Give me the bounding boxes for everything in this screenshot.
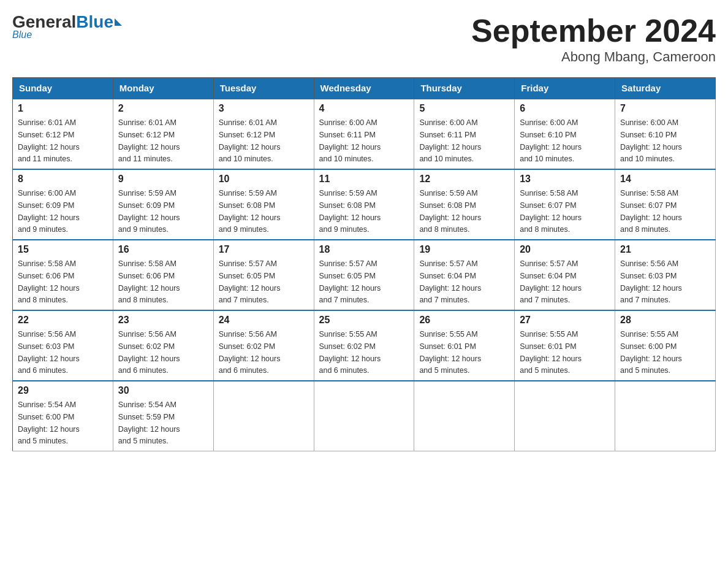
day-number: 23 — [118, 315, 208, 326]
day-number: 8 — [18, 174, 108, 185]
day-number: 16 — [118, 244, 208, 255]
calendar-cell: 23 Sunrise: 5:56 AMSunset: 6:02 PMDaylig… — [113, 310, 213, 381]
calendar-cell — [615, 381, 716, 451]
calendar-cell: 28 Sunrise: 5:55 AMSunset: 6:00 PMDaylig… — [615, 310, 716, 381]
logo-triangle-icon — [115, 18, 122, 26]
day-number: 15 — [18, 244, 108, 255]
calendar-cell: 29 Sunrise: 5:54 AMSunset: 6:00 PMDaylig… — [13, 381, 113, 451]
calendar-cell: 19 Sunrise: 5:57 AMSunset: 6:04 PMDaylig… — [414, 240, 515, 310]
calendar-cell: 25 Sunrise: 5:55 AMSunset: 6:02 PMDaylig… — [314, 310, 414, 381]
calendar-cell: 4 Sunrise: 6:00 AMSunset: 6:11 PMDayligh… — [314, 99, 414, 169]
calendar-cell: 7 Sunrise: 6:00 AMSunset: 6:10 PMDayligh… — [615, 99, 716, 169]
day-number: 25 — [319, 315, 409, 326]
calendar-cell — [213, 381, 314, 451]
day-number: 3 — [219, 103, 309, 114]
calendar-cell: 16 Sunrise: 5:58 AMSunset: 6:06 PMDaylig… — [113, 240, 213, 310]
day-number: 21 — [620, 244, 710, 255]
calendar-cell: 6 Sunrise: 6:00 AMSunset: 6:10 PMDayligh… — [515, 99, 615, 169]
calendar-cell: 21 Sunrise: 5:56 AMSunset: 6:03 PMDaylig… — [615, 240, 716, 310]
day-info: Sunrise: 5:58 AMSunset: 6:06 PMDaylight:… — [18, 259, 80, 304]
page-header: GeneralBlue Blue September 2024 Abong Mb… — [12, 12, 716, 65]
day-number: 18 — [319, 244, 409, 255]
day-number: 7 — [620, 103, 710, 114]
day-number: 13 — [520, 174, 610, 185]
day-info: Sunrise: 6:01 AMSunset: 6:12 PMDaylight:… — [18, 118, 80, 163]
day-info: Sunrise: 5:55 AMSunset: 6:02 PMDaylight:… — [319, 330, 381, 375]
day-info: Sunrise: 5:56 AMSunset: 6:02 PMDaylight:… — [219, 330, 281, 375]
day-info: Sunrise: 6:00 AMSunset: 6:09 PMDaylight:… — [18, 189, 80, 234]
calendar-cell — [314, 381, 414, 451]
calendar-table: SundayMondayTuesdayWednesdayThursdayFrid… — [12, 77, 716, 451]
day-number: 4 — [319, 103, 409, 114]
calendar-cell: 5 Sunrise: 6:00 AMSunset: 6:11 PMDayligh… — [414, 99, 515, 169]
day-number: 19 — [419, 244, 509, 255]
day-info: Sunrise: 5:59 AMSunset: 6:08 PMDaylight:… — [419, 189, 481, 234]
day-number: 20 — [520, 244, 610, 255]
day-info: Sunrise: 5:58 AMSunset: 6:06 PMDaylight:… — [118, 259, 180, 304]
day-info: Sunrise: 6:00 AMSunset: 6:11 PMDaylight:… — [319, 118, 381, 163]
calendar-cell: 11 Sunrise: 5:59 AMSunset: 6:08 PMDaylig… — [314, 169, 414, 240]
calendar-cell: 20 Sunrise: 5:57 AMSunset: 6:04 PMDaylig… — [515, 240, 615, 310]
day-number: 12 — [419, 174, 509, 185]
day-info: Sunrise: 5:56 AMSunset: 6:03 PMDaylight:… — [620, 259, 682, 304]
day-info: Sunrise: 5:57 AMSunset: 6:05 PMDaylight:… — [219, 259, 281, 304]
calendar-cell: 15 Sunrise: 5:58 AMSunset: 6:06 PMDaylig… — [13, 240, 113, 310]
day-info: Sunrise: 5:57 AMSunset: 6:04 PMDaylight:… — [520, 259, 582, 304]
calendar-cell: 1 Sunrise: 6:01 AMSunset: 6:12 PMDayligh… — [13, 99, 113, 169]
day-info: Sunrise: 6:01 AMSunset: 6:12 PMDaylight:… — [118, 118, 180, 163]
day-info: Sunrise: 5:58 AMSunset: 6:07 PMDaylight:… — [620, 189, 682, 234]
calendar-cell: 10 Sunrise: 5:59 AMSunset: 6:08 PMDaylig… — [213, 169, 314, 240]
calendar-cell: 8 Sunrise: 6:00 AMSunset: 6:09 PMDayligh… — [13, 169, 113, 240]
header-tuesday: Tuesday — [213, 78, 314, 99]
day-info: Sunrise: 5:56 AMSunset: 6:02 PMDaylight:… — [118, 330, 180, 375]
calendar-header-row: SundayMondayTuesdayWednesdayThursdayFrid… — [13, 78, 716, 99]
location-subtitle: Abong Mbang, Cameroon — [471, 49, 716, 65]
header-thursday: Thursday — [414, 78, 515, 99]
calendar-cell — [515, 381, 615, 451]
day-number: 5 — [419, 103, 509, 114]
calendar-cell: 30 Sunrise: 5:54 AMSunset: 5:59 PMDaylig… — [113, 381, 213, 451]
day-info: Sunrise: 5:57 AMSunset: 6:05 PMDaylight:… — [319, 259, 381, 304]
header-wednesday: Wednesday — [314, 78, 414, 99]
day-number: 14 — [620, 174, 710, 185]
day-info: Sunrise: 5:54 AMSunset: 5:59 PMDaylight:… — [118, 400, 180, 445]
header-monday: Monday — [113, 78, 213, 99]
calendar-cell — [414, 381, 515, 451]
day-number: 24 — [219, 315, 309, 326]
day-number: 28 — [620, 315, 710, 326]
day-info: Sunrise: 5:55 AMSunset: 6:00 PMDaylight:… — [620, 330, 682, 375]
header-saturday: Saturday — [615, 78, 716, 99]
logo-blue-text: Blue — [76, 12, 113, 32]
calendar-cell: 17 Sunrise: 5:57 AMSunset: 6:05 PMDaylig… — [213, 240, 314, 310]
day-info: Sunrise: 5:59 AMSunset: 6:08 PMDaylight:… — [219, 189, 281, 234]
day-info: Sunrise: 5:59 AMSunset: 6:08 PMDaylight:… — [319, 189, 381, 234]
calendar-week-row: 22 Sunrise: 5:56 AMSunset: 6:03 PMDaylig… — [13, 310, 716, 381]
calendar-cell: 14 Sunrise: 5:58 AMSunset: 6:07 PMDaylig… — [615, 169, 716, 240]
day-number: 30 — [118, 385, 208, 396]
calendar-cell: 24 Sunrise: 5:56 AMSunset: 6:02 PMDaylig… — [213, 310, 314, 381]
day-number: 29 — [18, 385, 108, 396]
calendar-week-row: 29 Sunrise: 5:54 AMSunset: 6:00 PMDaylig… — [13, 381, 716, 451]
day-info: Sunrise: 5:56 AMSunset: 6:03 PMDaylight:… — [18, 330, 80, 375]
day-number: 26 — [419, 315, 509, 326]
logo-underline: Blue — [12, 29, 32, 40]
day-info: Sunrise: 5:57 AMSunset: 6:04 PMDaylight:… — [419, 259, 481, 304]
header-sunday: Sunday — [13, 78, 113, 99]
calendar-cell: 27 Sunrise: 5:55 AMSunset: 6:01 PMDaylig… — [515, 310, 615, 381]
calendar-cell: 2 Sunrise: 6:01 AMSunset: 6:12 PMDayligh… — [113, 99, 213, 169]
title-block: September 2024 Abong Mbang, Cameroon — [471, 12, 716, 65]
calendar-cell: 9 Sunrise: 5:59 AMSunset: 6:09 PMDayligh… — [113, 169, 213, 240]
day-info: Sunrise: 5:54 AMSunset: 6:00 PMDaylight:… — [18, 400, 80, 445]
day-info: Sunrise: 5:55 AMSunset: 6:01 PMDaylight:… — [419, 330, 481, 375]
day-number: 11 — [319, 174, 409, 185]
day-info: Sunrise: 6:00 AMSunset: 6:10 PMDaylight:… — [520, 118, 582, 163]
day-number: 17 — [219, 244, 309, 255]
calendar-cell: 18 Sunrise: 5:57 AMSunset: 6:05 PMDaylig… — [314, 240, 414, 310]
day-number: 6 — [520, 103, 610, 114]
day-info: Sunrise: 5:58 AMSunset: 6:07 PMDaylight:… — [520, 189, 582, 234]
day-info: Sunrise: 5:55 AMSunset: 6:01 PMDaylight:… — [520, 330, 582, 375]
day-info: Sunrise: 5:59 AMSunset: 6:09 PMDaylight:… — [118, 189, 180, 234]
day-number: 10 — [219, 174, 309, 185]
day-info: Sunrise: 6:00 AMSunset: 6:10 PMDaylight:… — [620, 118, 682, 163]
day-number: 27 — [520, 315, 610, 326]
